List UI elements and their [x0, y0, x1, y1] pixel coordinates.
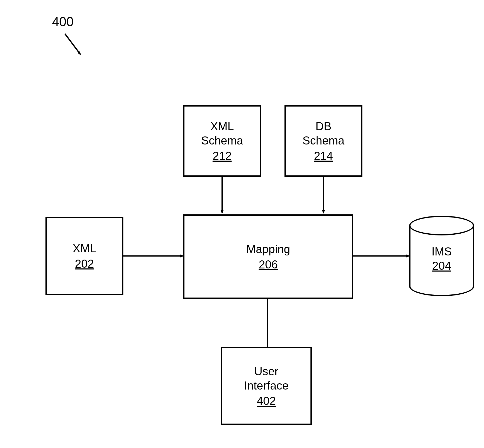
- svg-line-0: [65, 34, 81, 55]
- mapping-title: Mapping: [246, 242, 290, 256]
- db-schema-ref: 214: [314, 149, 333, 163]
- figure-reference-label: 400: [52, 14, 74, 29]
- cylinder-top: [409, 216, 474, 235]
- db-schema-title: DB Schema: [302, 119, 344, 148]
- xml-ref: 202: [75, 256, 94, 271]
- ims-database-block: IMS 204: [409, 216, 474, 296]
- db-schema-block: DB Schema 214: [284, 105, 362, 177]
- mapping-block: Mapping 206: [183, 214, 353, 299]
- xml-block: XML 202: [45, 217, 123, 295]
- ims-title: IMS: [409, 244, 474, 259]
- diagram-canvas: 400 XML Schema 212 DB Schema 214: [0, 0, 484, 448]
- xml-title: XML: [73, 241, 96, 255]
- xml-schema-block: XML Schema 212: [183, 105, 261, 177]
- ims-ref: 204: [409, 259, 474, 273]
- mapping-ref: 206: [259, 257, 278, 272]
- user-interface-block: User Interface 402: [221, 347, 312, 425]
- ui-title: User Interface: [244, 364, 288, 393]
- xml-schema-ref: 212: [213, 149, 231, 163]
- xml-schema-title: XML Schema: [201, 119, 243, 148]
- ui-ref: 402: [257, 394, 276, 408]
